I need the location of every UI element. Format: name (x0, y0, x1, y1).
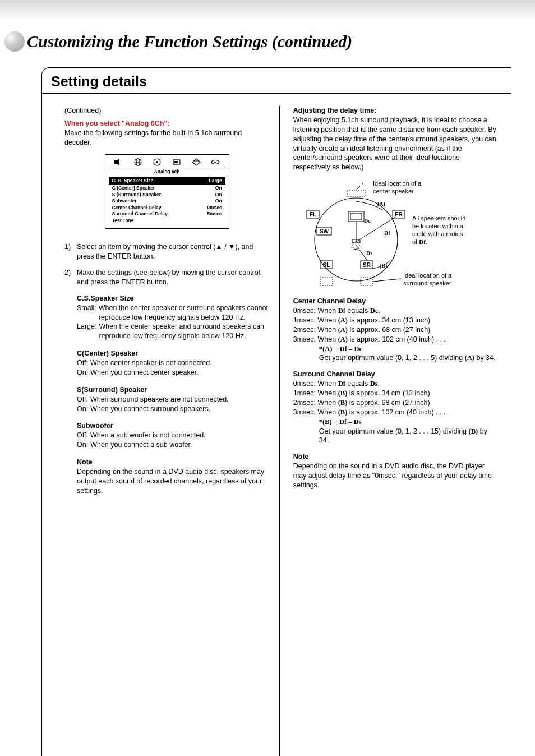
adjusting-heading: Adjusting the delay time: (293, 106, 498, 116)
text: is approx. 34 cm (13 inch) (348, 316, 430, 324)
text: is approx. 68 cm (27 inch) (347, 399, 430, 407)
svg-text:Ds: Ds (366, 250, 372, 256)
css-small: Small:When the center speaker or surroun… (77, 303, 269, 322)
option-text: When center speaker is not connected. (90, 358, 212, 368)
var-df: Df (338, 380, 345, 388)
text: 3msec: When (293, 335, 338, 343)
text: equals (345, 307, 370, 315)
option-label: Off: (77, 431, 88, 440)
osd-label: C. S. Speaker Size (112, 178, 154, 184)
osd-menu: R Analog 6ch C. S. Speaker SizeLarge C (… (105, 154, 229, 229)
svg-text:FL: FL (310, 211, 316, 218)
svg-text:SR: SR (363, 262, 371, 268)
sub-off: Off:When a sub woofer is not connected. (77, 431, 269, 440)
css-large: Large:When the center speaker and surrou… (77, 322, 269, 341)
option-text: When the center speaker and surround spe… (99, 322, 269, 341)
section-frame: Setting details (Continued) When you sel… (41, 67, 511, 756)
svg-text:(B): (B) (380, 262, 387, 269)
analog-6ch-text: Make the following settings for the buil… (64, 128, 269, 147)
svg-text:SL: SL (323, 262, 330, 268)
center-heading: C(Center) Speaker (77, 349, 269, 358)
osd-row: Test Tone (109, 218, 225, 224)
osd-label: Subwoofer (112, 198, 137, 204)
scd-heading: Surround Channel Delay (293, 370, 498, 379)
analog-6ch-heading: When you select "Analog 6Ch": (64, 119, 269, 128)
text: 3msec: When (293, 408, 338, 416)
osd-label: S (Surround) Speaker (112, 192, 161, 198)
step-text: Select an item by moving the cursor cont… (77, 242, 269, 261)
var-b: (B) (338, 399, 348, 407)
svg-text:Dc: Dc (364, 218, 371, 224)
note-text: Depending on the sound in a DVD audio di… (77, 467, 269, 496)
surround-on: On:When you connect surround speakers. (77, 404, 269, 414)
option-label: On: (77, 440, 88, 450)
svg-line-33 (356, 217, 395, 242)
svg-text:Df: Df (384, 230, 390, 236)
ccd-line-3: 3msec: When (A) is approx. 102 cm (40 in… (293, 335, 498, 344)
text: 0msec: When (293, 380, 338, 388)
svg-text:SW: SW (320, 228, 329, 234)
var-a: (A) (338, 326, 348, 334)
option-text: When surround speakers are not connected… (90, 395, 229, 404)
var-df: Df (338, 307, 345, 315)
osd-row: S (Surround) SpeakerOn (109, 192, 225, 198)
ccd-optimum: Get your optimum value (0, 1, 2 . . . 5)… (293, 353, 498, 363)
right-note-text: Depending on the sound in a DVD audio di… (293, 462, 498, 490)
svg-text:surround speaker: surround speaker (403, 280, 451, 287)
svg-marker-9 (192, 159, 200, 165)
text: equals (345, 380, 370, 388)
option-label: Small: (77, 303, 96, 322)
svg-rect-29 (361, 278, 373, 285)
svg-rect-0 (114, 160, 117, 164)
option-text: When you connect a sub woofer. (90, 440, 192, 450)
text: 2msec: When (293, 326, 338, 334)
option-label: Off: (77, 395, 88, 404)
tv-icon (172, 158, 181, 166)
svg-rect-8 (174, 161, 178, 163)
var-a: (A) (465, 354, 474, 362)
svg-text:be located within a: be located within a (412, 223, 464, 229)
speaker-icon (114, 158, 123, 166)
center-off: Off:When center speaker is not connected… (77, 358, 269, 368)
scd-line-3: 3msec: When (B) is approx. 102 cm (40 in… (293, 408, 498, 417)
lock-icon: R (153, 158, 162, 166)
svg-text:center speaker: center speaker (373, 188, 414, 195)
osd-label: C (Center) Speaker (112, 185, 155, 191)
option-label: Large: (77, 322, 96, 341)
osd-value: 0msec (207, 205, 222, 211)
var-b: (B) (338, 408, 348, 416)
osd-row: Surround Channel Delay5msec (109, 211, 225, 217)
var-a: (A) (338, 335, 348, 343)
option-label: On: (77, 404, 88, 414)
option-label: On: (77, 368, 88, 377)
surround-heading: S(Surround) Speaker (77, 385, 269, 395)
scd-optimum: Get your optimum value (0, 1, 2 . . . 15… (293, 427, 498, 446)
scd-line-1: 1msec: When (B) is approx. 34 cm (13 inc… (293, 389, 498, 398)
svg-text:Ideal location of a: Ideal location of a (403, 272, 452, 279)
osd-label: Surround Channel Delay (112, 211, 168, 217)
text: 1msec: When (293, 316, 338, 324)
osd-icon-row: R (109, 158, 225, 166)
step-2: 2) Make the settings (see below) by movi… (64, 268, 269, 287)
option-text: When the center speaker or surround spea… (99, 303, 270, 322)
text: Get your optimum value (0, 1, 2 . . . 15… (319, 427, 469, 435)
scd-line-2: 2msec: When (B) is approx. 68 cm (27 inc… (293, 398, 498, 408)
svg-text:circle with a radius: circle with a radius (412, 231, 463, 237)
svg-marker-1 (117, 159, 119, 165)
var-a: (A) (338, 316, 348, 324)
text: is approx. 102 cm (40 inch) . . . (347, 408, 445, 416)
disc-icon (211, 158, 220, 166)
svg-rect-14 (347, 190, 365, 197)
top-gradient (0, 0, 535, 20)
text: 0msec: When (293, 307, 338, 315)
osd-row: SubwooferOn (109, 198, 225, 204)
svg-line-46 (373, 279, 401, 282)
page-title: Customizing the Function Settings (conti… (27, 32, 352, 51)
text: is approx. 102 cm (40 inch) . . . (348, 335, 446, 343)
ccd-formula: *(A) = Df – Dc (293, 344, 498, 354)
text: 2msec: When (293, 399, 338, 407)
scd-line-0: 0msec: When Df equals Ds. (293, 379, 498, 389)
surround-off: Off:When surround speakers are not conne… (77, 395, 269, 404)
text: Get your optimum value (0, 1, 2 . . . 5)… (319, 354, 465, 362)
osd-value: 5msec (207, 211, 222, 217)
